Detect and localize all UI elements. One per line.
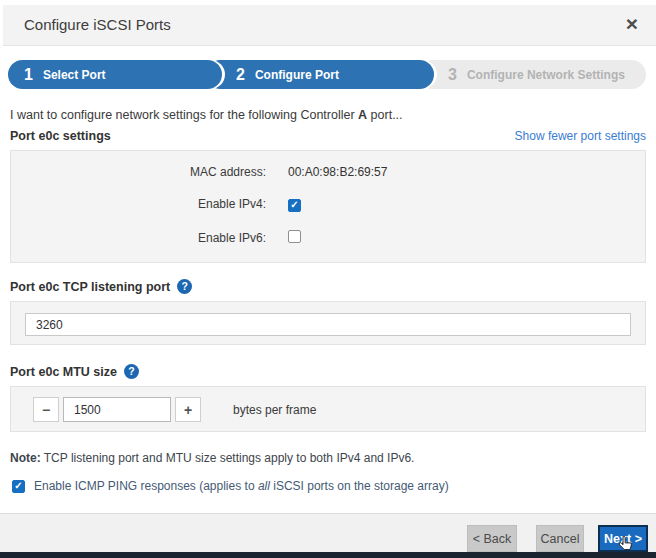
back-button[interactable]: < Back <box>467 525 517 552</box>
wizard-steps: 1 Select Port 2 Configure Port 3 Configu… <box>8 60 646 89</box>
icmp-ping-row: ✓ Enable ICMP PING responses (applies to… <box>12 479 449 493</box>
wizard-step-configure-network-settings: 3 Configure Network Settings <box>418 60 646 89</box>
configure-iscsi-ports-dialog: Configure iSCSI Ports × 1 Select Port 2 … <box>0 0 656 558</box>
enable-ipv4-label: Enable IPv4: <box>11 197 266 211</box>
tcp-port-heading: Port e0c TCP listening port <box>10 280 170 294</box>
icmp-ping-checkbox[interactable]: ✓ <box>12 480 25 493</box>
bottom-edge-strip <box>0 552 656 558</box>
mtu-unit-label: bytes per frame <box>233 403 316 417</box>
port-settings-heading-row: Port e0c settings Show fewer port settin… <box>10 129 646 143</box>
dialog-footer: < Back Cancel Next > <box>0 513 656 552</box>
enable-ipv6-label: Enable IPv6: <box>11 231 266 245</box>
step-label: Configure Network Settings <box>467 68 625 82</box>
dialog-title: Configure iSCSI Ports <box>24 16 171 33</box>
mtu-heading: Port e0c MTU size <box>10 365 117 379</box>
mtu-input[interactable] <box>63 397 171 422</box>
step-number: 3 <box>448 66 457 84</box>
wizard-step-configure-port[interactable]: 2 Configure Port <box>206 60 434 89</box>
port-settings-panel: MAC address: 00:A0:98:B2:69:57 Enable IP… <box>10 150 646 263</box>
intro-text: I want to configure network settings for… <box>10 108 403 122</box>
mac-address-row: MAC address: 00:A0:98:B2:69:57 <box>11 165 645 179</box>
step-number: 1 <box>24 66 33 84</box>
mtu-help-icon[interactable]: ? <box>124 364 139 379</box>
tcp-port-panel <box>10 301 646 345</box>
enable-ipv6-row: Enable IPv6: <box>11 230 645 246</box>
tcp-port-heading-row: Port e0c TCP listening port ? <box>10 279 646 294</box>
enable-ipv4-row: Enable IPv4: ✓ <box>11 197 645 212</box>
step-label: Select Port <box>43 68 106 82</box>
mtu-heading-row: Port e0c MTU size ? <box>10 364 646 379</box>
mtu-decrement-button[interactable]: − <box>33 397 59 422</box>
step-number: 2 <box>236 66 245 84</box>
wizard-step-select-port[interactable]: 1 Select Port <box>8 60 222 89</box>
mtu-panel: − + bytes per frame <box>10 386 646 432</box>
enable-ipv4-checkbox[interactable]: ✓ <box>288 199 301 212</box>
tcp-port-input[interactable] <box>25 313 631 336</box>
tcp-port-help-icon[interactable]: ? <box>177 279 192 294</box>
icmp-ping-label: Enable ICMP PING responses (applies to a… <box>34 479 449 493</box>
close-icon[interactable]: × <box>626 13 638 34</box>
step-label: Configure Port <box>255 68 339 82</box>
mac-address-label: MAC address: <box>11 165 266 179</box>
mac-address-value: 00:A0:98:B2:69:57 <box>288 165 387 179</box>
mtu-stepper: − + bytes per frame <box>33 397 316 422</box>
mtu-increment-button[interactable]: + <box>175 397 201 422</box>
port-settings-heading: Port e0c settings <box>10 129 111 143</box>
controller-letter: A <box>358 108 367 122</box>
show-fewer-port-settings-link[interactable]: Show fewer port settings <box>515 129 646 143</box>
dialog-header: Configure iSCSI Ports × <box>3 5 656 46</box>
next-button[interactable]: Next > <box>598 525 648 552</box>
enable-ipv6-checkbox[interactable] <box>288 230 301 243</box>
note-text: Note: TCP listening port and MTU size se… <box>10 451 414 465</box>
cancel-button[interactable]: Cancel <box>536 525 584 552</box>
